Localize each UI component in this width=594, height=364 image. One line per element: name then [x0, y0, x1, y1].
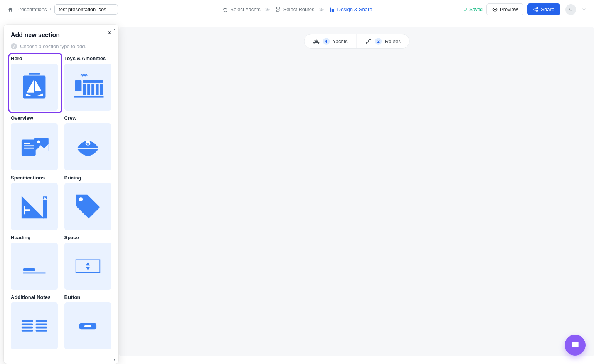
button-icon — [64, 302, 111, 349]
section-additional-notes[interactable]: Additional Notes — [11, 294, 60, 349]
svg-rect-31 — [22, 320, 33, 322]
panel-help: ? Choose a section type to add. — [11, 43, 111, 49]
svg-point-6 — [534, 9, 535, 10]
main: 4 Yachts 2 Routes ▴ Add new section ? Ch… — [0, 19, 594, 364]
section-specifications[interactable]: Specifications — [11, 175, 60, 230]
section-label: Space — [64, 235, 113, 240]
saved-status: Saved — [463, 7, 483, 12]
svg-rect-38 — [36, 330, 47, 332]
breadcrumb-separator: / — [50, 7, 52, 12]
step-design-share[interactable]: Design & Share — [329, 7, 372, 13]
yacht-route-pill: 4 Yachts 2 Routes — [304, 34, 410, 49]
scroll-down-icon[interactable]: ▾ — [113, 357, 117, 361]
svg-rect-36 — [36, 324, 47, 325]
section-label: Pricing — [64, 175, 113, 181]
section-button[interactable]: Button — [64, 294, 113, 349]
section-hero[interactable]: Hero — [9, 54, 61, 112]
section-toys-amenities[interactable]: Toys & Amenities — [64, 55, 113, 111]
pricing-icon — [64, 183, 111, 230]
svg-rect-3 — [332, 9, 334, 12]
yacht-count-badge: 4 — [323, 38, 330, 45]
svg-point-0 — [276, 10, 277, 12]
avatar[interactable]: C — [565, 4, 576, 15]
yacht-icon — [313, 38, 320, 45]
heading-icon — [11, 243, 58, 290]
step-label: Select Yachts — [230, 7, 260, 12]
svg-point-25 — [37, 140, 40, 143]
notes-icon — [11, 302, 58, 349]
panel-help-text: Choose a section type to add. — [20, 44, 86, 49]
canvas: 4 Yachts 2 Routes — [119, 27, 594, 356]
svg-point-5 — [537, 7, 538, 9]
svg-rect-28 — [23, 268, 35, 271]
section-label: Specifications — [11, 175, 60, 181]
svg-point-7 — [537, 10, 538, 12]
section-crew[interactable]: Crew — [64, 115, 113, 170]
space-icon — [64, 243, 111, 290]
share-label: Share — [541, 7, 554, 12]
section-overview[interactable]: Overview — [11, 115, 60, 170]
chat-button[interactable] — [565, 335, 586, 356]
share-button[interactable]: Share — [527, 3, 560, 15]
breadcrumb-presentations[interactable]: Presentations — [16, 7, 47, 12]
svg-rect-32 — [22, 324, 33, 325]
svg-rect-34 — [22, 330, 33, 332]
section-heading[interactable]: Heading — [11, 235, 60, 290]
section-label: Crew — [64, 115, 113, 121]
svg-rect-30 — [76, 260, 100, 272]
svg-rect-18 — [100, 84, 103, 95]
svg-rect-13 — [75, 80, 81, 91]
svg-point-1 — [279, 7, 280, 8]
svg-point-8 — [366, 42, 367, 44]
section-label: Toys & Amenities — [64, 55, 113, 61]
wizard-steps: Select Yachts ≫ Select Routes ≫ Design &… — [222, 7, 372, 13]
svg-rect-35 — [36, 320, 47, 322]
yachts-tab[interactable]: 4 Yachts — [304, 34, 356, 48]
home-icon[interactable] — [8, 7, 13, 12]
svg-rect-17 — [96, 84, 98, 95]
topbar-right: Saved Preview Share C — [463, 3, 586, 15]
topbar: Presentations / Select Yachts ≫ Select R… — [0, 0, 594, 19]
svg-rect-37 — [36, 327, 47, 329]
section-label: Hero — [11, 55, 60, 61]
panel-body[interactable]: Hero Toys & Amenities Overview — [4, 53, 118, 364]
svg-rect-21 — [24, 143, 30, 144]
section-panel: ▴ Add new section ? Choose a section typ… — [4, 25, 118, 364]
specifications-icon — [11, 183, 58, 230]
svg-rect-15 — [87, 84, 90, 95]
routes-tab[interactable]: 2 Routes — [356, 34, 409, 48]
svg-rect-11 — [29, 73, 40, 75]
section-label: Heading — [11, 235, 60, 240]
section-space[interactable]: Space — [64, 235, 113, 290]
svg-rect-2 — [330, 7, 331, 12]
svg-point-4 — [494, 9, 496, 10]
route-count-badge: 2 — [375, 38, 382, 45]
step-separator: ≫ — [265, 7, 270, 12]
section-pricing[interactable]: Pricing — [64, 175, 113, 230]
yacht-label: Yachts — [333, 39, 348, 44]
svg-rect-22 — [24, 145, 34, 146]
preview-label: Preview — [500, 7, 518, 12]
svg-rect-19 — [74, 96, 103, 98]
step-label: Design & Share — [337, 7, 372, 12]
crew-icon — [64, 123, 111, 170]
overview-icon — [11, 123, 58, 170]
svg-rect-33 — [22, 327, 33, 329]
step-separator: ≫ — [319, 7, 324, 12]
title-input[interactable] — [54, 4, 118, 15]
svg-rect-16 — [91, 84, 94, 95]
help-icon: ? — [11, 43, 17, 49]
saved-label: Saved — [469, 7, 483, 12]
avatar-caret-icon[interactable] — [582, 6, 586, 13]
toys-icon — [64, 64, 111, 111]
preview-button[interactable]: Preview — [486, 3, 523, 15]
close-icon[interactable] — [106, 29, 113, 36]
svg-point-9 — [370, 39, 371, 40]
svg-rect-23 — [24, 148, 34, 149]
step-select-yachts[interactable]: Select Yachts — [222, 7, 260, 13]
step-select-routes[interactable]: Select Routes — [275, 7, 315, 13]
svg-rect-29 — [23, 273, 46, 274]
route-label: Routes — [385, 39, 401, 44]
section-label: Overview — [11, 115, 60, 121]
topbar-left: Presentations / — [8, 4, 118, 15]
